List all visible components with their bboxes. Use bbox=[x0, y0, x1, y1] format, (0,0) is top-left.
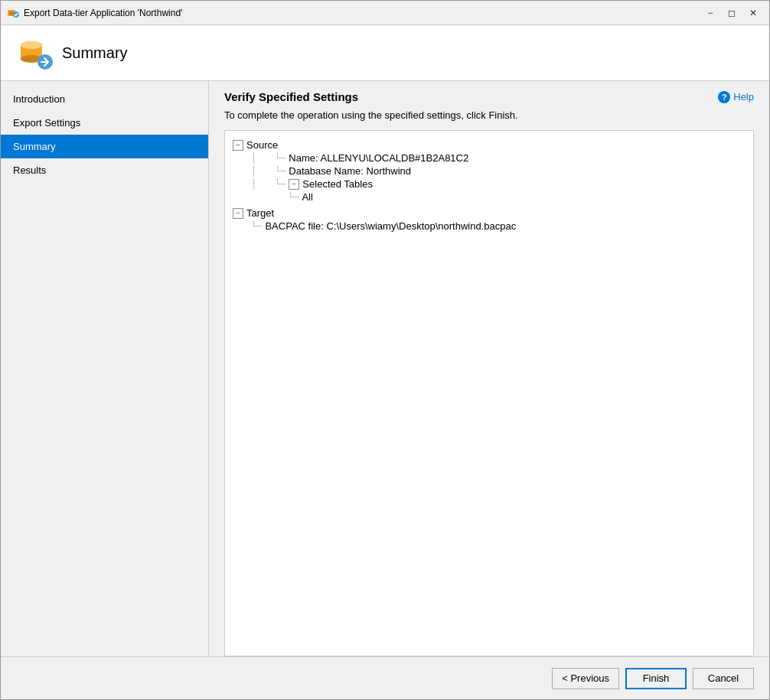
minimize-button[interactable]: − bbox=[700, 5, 720, 21]
tree-node-bacpac: └─ BACPAC file: C:\Users\wiamy\Desktop\n… bbox=[233, 220, 746, 233]
app-icon bbox=[7, 7, 19, 19]
sidebar-item-summary[interactable]: Summary bbox=[1, 135, 208, 158]
sidebar-item-introduction[interactable]: Introduction bbox=[1, 87, 208, 111]
maximize-button[interactable]: ◻ bbox=[722, 5, 742, 21]
svg-point-6 bbox=[21, 41, 42, 49]
tree-node-name: │ └─ Name: ALLENYU\LOCALDB#1B2A81C2 bbox=[233, 151, 746, 164]
selected-tables-expand-icon[interactable]: − bbox=[289, 179, 299, 190]
target-expand-icon[interactable]: − bbox=[233, 208, 243, 219]
sidebar-item-results[interactable]: Results bbox=[1, 158, 208, 182]
help-label: Help bbox=[733, 91, 754, 103]
content-area: Introduction Export Settings Summary Res… bbox=[1, 81, 769, 656]
main-header-bar: Verify Specified Settings ? Help bbox=[209, 81, 769, 109]
target-label: Target bbox=[246, 207, 274, 219]
previous-button[interactable]: < Previous bbox=[552, 668, 619, 689]
sidebar-item-export-settings[interactable]: Export Settings bbox=[1, 111, 208, 135]
finish-button[interactable]: Finish bbox=[625, 668, 687, 689]
cancel-button[interactable]: Cancel bbox=[693, 668, 754, 689]
selected-tables-label: Selected Tables bbox=[302, 178, 373, 190]
header-icon bbox=[16, 34, 53, 71]
sidebar: Introduction Export Settings Summary Res… bbox=[1, 81, 209, 656]
source-label: Source bbox=[246, 139, 278, 151]
tree-node-source: − Source bbox=[233, 138, 746, 151]
help-link[interactable]: ? Help bbox=[718, 91, 754, 103]
tree-node-target: − Target bbox=[233, 207, 746, 220]
main-window: Export Data-tier Application 'Northwind'… bbox=[0, 0, 770, 700]
tree-node-all: └─ All bbox=[233, 190, 746, 203]
footer: < Previous Finish Cancel bbox=[1, 656, 769, 699]
page-header: Summary bbox=[1, 25, 769, 81]
tree-node-dbname: │ └─ Database Name: Northwind bbox=[233, 164, 746, 177]
name-label: Name: ALLENYU\LOCALDB#1B2A81C2 bbox=[289, 152, 468, 164]
close-button[interactable]: ✕ bbox=[743, 5, 763, 21]
section-title: Verify Specified Settings bbox=[224, 90, 358, 103]
help-icon: ? bbox=[718, 91, 730, 103]
page-title: Summary bbox=[62, 44, 128, 62]
database-name-label: Database Name: Northwind bbox=[289, 165, 411, 177]
description-text: To complete the operation using the spec… bbox=[209, 109, 769, 130]
title-bar-text: Export Data-tier Application 'Northwind' bbox=[24, 8, 700, 18]
source-expand-icon[interactable]: − bbox=[233, 140, 243, 151]
tree-container: − Source │ └─ Name: ALLENYU\LOCALDB#1B2A… bbox=[224, 130, 754, 656]
title-bar: Export Data-tier Application 'Northwind'… bbox=[1, 1, 769, 25]
tree-node-selected-tables: │ └─ − Selected Tables bbox=[233, 177, 746, 190]
bacpac-label: BACPAC file: C:\Users\wiamy\Desktop\nort… bbox=[265, 220, 516, 232]
all-label: All bbox=[302, 191, 312, 203]
window-controls: − ◻ ✕ bbox=[700, 5, 763, 21]
main-content: Verify Specified Settings ? Help To comp… bbox=[209, 81, 769, 656]
